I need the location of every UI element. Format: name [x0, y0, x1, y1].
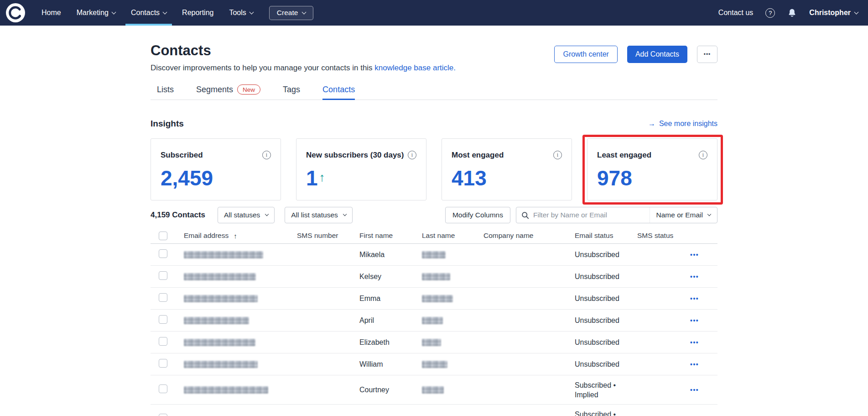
column-header-last-name[interactable]: Last name — [422, 232, 483, 240]
row-actions-button[interactable]: ••• — [690, 251, 699, 258]
more-options-button[interactable]: ••• — [697, 46, 717, 63]
nav-item-marketing[interactable]: Marketing — [69, 0, 123, 26]
search-icon — [521, 211, 529, 219]
contacts-table: Email address↑SMS numberFirst nameLast n… — [151, 228, 717, 416]
row-checkbox[interactable] — [159, 293, 167, 302]
row-actions-button[interactable]: ••• — [690, 361, 699, 368]
row-checkbox[interactable] — [159, 249, 167, 258]
column-header-email-address[interactable]: Email address↑ — [184, 232, 297, 240]
card-value: 413 — [452, 166, 562, 190]
user-name: Christopher — [809, 9, 851, 17]
main-content: Contacts Discover improvements to help y… — [151, 26, 717, 416]
row-actions-button[interactable]: ••• — [690, 386, 699, 394]
first-name-cell: Mikaela — [359, 251, 422, 259]
tab-label: Contacts — [322, 85, 355, 95]
card-value: 2,459 — [161, 166, 271, 190]
nav-item-label: Tools — [229, 9, 246, 17]
card-value: 978 — [597, 166, 707, 190]
create-button[interactable]: Create — [269, 6, 314, 20]
row-checkbox[interactable] — [159, 337, 167, 346]
email-status-cell: Unsubscribed — [575, 250, 637, 259]
contact-search-input[interactable] — [529, 211, 650, 219]
subtitle-text: Discover improvements to help you manage… — [151, 63, 373, 72]
tab-lists[interactable]: Lists — [157, 84, 174, 100]
row-checkbox[interactable] — [159, 359, 167, 368]
row-checkbox[interactable] — [159, 384, 167, 393]
chevron-down-icon — [302, 10, 307, 14]
nav-item-home[interactable]: Home — [34, 0, 69, 26]
card-value: 1↑ — [306, 166, 416, 190]
insight-card-subscribed: Subscribed i 2,459 — [151, 138, 281, 200]
help-icon[interactable]: ? — [765, 8, 775, 18]
row-checkbox[interactable] — [159, 414, 167, 416]
card-label: Subscribed — [161, 151, 203, 160]
contacts-toolbar: 4,159 Contacts All statuses All list sta… — [151, 207, 717, 223]
notifications-bell-icon[interactable] — [787, 8, 797, 18]
select-all-checkbox[interactable] — [159, 232, 167, 240]
column-header-company-name[interactable]: Company name — [483, 232, 575, 240]
info-icon[interactable]: i — [699, 151, 707, 159]
row-actions-button[interactable]: ••• — [690, 339, 699, 346]
constant-contact-logo[interactable] — [5, 3, 26, 23]
info-icon[interactable]: i — [262, 151, 271, 159]
row-checkbox[interactable] — [159, 271, 167, 280]
table-body: Mikaela Unsubscribed ••• Kelsey Unsubscr… — [151, 244, 717, 416]
modify-columns-button[interactable]: Modify Columns — [445, 207, 510, 223]
tab-label: Segments — [196, 85, 233, 95]
contacts-count: 4,159 Contacts — [151, 211, 205, 220]
trend-up-icon: ↑ — [319, 170, 325, 184]
insight-card-most-engaged: Most engaged i 413 — [442, 138, 572, 200]
tab-label: Lists — [157, 85, 174, 95]
table-row: Emma Unsubscribed ••• — [151, 288, 717, 310]
column-header-first-name[interactable]: First name — [359, 232, 422, 240]
nav-item-tools[interactable]: Tools — [221, 0, 260, 26]
list-status-filter-value: All list statuses — [291, 211, 338, 219]
column-header-sms-number[interactable]: SMS number — [297, 232, 359, 240]
page-title: Contacts — [151, 42, 456, 59]
email-address-redacted — [184, 339, 255, 346]
navbar-right: Contact us ? Christopher — [718, 8, 858, 18]
knowledge-base-link[interactable]: knowledge base article. — [374, 63, 456, 72]
status-filter-value: All statuses — [224, 211, 260, 219]
sort-ascending-icon: ↑ — [234, 232, 237, 240]
status-filter-select[interactable]: All statuses — [218, 207, 275, 223]
column-header-email-status[interactable]: Email status — [575, 232, 637, 240]
row-actions-button[interactable]: ••• — [690, 295, 699, 302]
table-header: Email address↑SMS numberFirst nameLast n… — [151, 228, 717, 244]
insights-header: Insights → See more insights — [151, 119, 717, 129]
see-more-insights-link[interactable]: → See more insights — [648, 120, 717, 128]
row-actions-button[interactable]: ••• — [690, 317, 699, 324]
header-actions: Growth center Add Contacts ••• — [554, 46, 717, 63]
nav-item-reporting[interactable]: Reporting — [174, 0, 221, 26]
contacts-tabs: ListsSegmentsNewTagsContacts — [151, 84, 717, 100]
card-label: New subscribers (30 days) — [306, 151, 404, 160]
row-actions-button[interactable]: ••• — [690, 273, 699, 280]
info-icon[interactable]: i — [553, 151, 562, 159]
chevron-down-icon — [343, 212, 347, 216]
nav-item-contacts[interactable]: Contacts — [123, 0, 174, 26]
email-address-redacted — [184, 317, 249, 324]
tab-tags[interactable]: Tags — [283, 84, 300, 100]
email-status-cell: Unsubscribed — [575, 272, 637, 281]
contact-search-group: Name or Email — [516, 207, 717, 223]
add-contacts-button[interactable]: Add Contacts — [627, 46, 687, 63]
list-status-filter-select[interactable]: All list statuses — [285, 207, 353, 223]
tab-contacts[interactable]: Contacts — [322, 84, 355, 100]
search-mode-value: Name or Email — [656, 211, 703, 219]
brand-logo-icon — [5, 3, 26, 23]
chevron-down-icon — [707, 212, 711, 216]
search-mode-select[interactable]: Name or Email — [650, 207, 717, 223]
first-name-cell: Emma — [359, 295, 422, 303]
primary-nav: HomeMarketingContactsReportingTools — [34, 0, 261, 26]
table-row: Subscribed • Implied — [151, 405, 717, 416]
nav-item-label: Home — [42, 9, 61, 17]
tab-segments[interactable]: SegmentsNew — [196, 84, 260, 100]
table-row: Kelsey Unsubscribed ••• — [151, 266, 717, 288]
contact-us-link[interactable]: Contact us — [718, 9, 753, 17]
row-checkbox[interactable] — [159, 315, 167, 324]
column-header-sms-status[interactable]: SMS status — [637, 232, 690, 240]
info-icon[interactable]: i — [408, 151, 416, 159]
growth-center-button[interactable]: Growth center — [554, 46, 617, 63]
email-status-cell: Subscribed • Implied — [575, 380, 637, 400]
user-menu[interactable]: Christopher — [809, 9, 858, 17]
